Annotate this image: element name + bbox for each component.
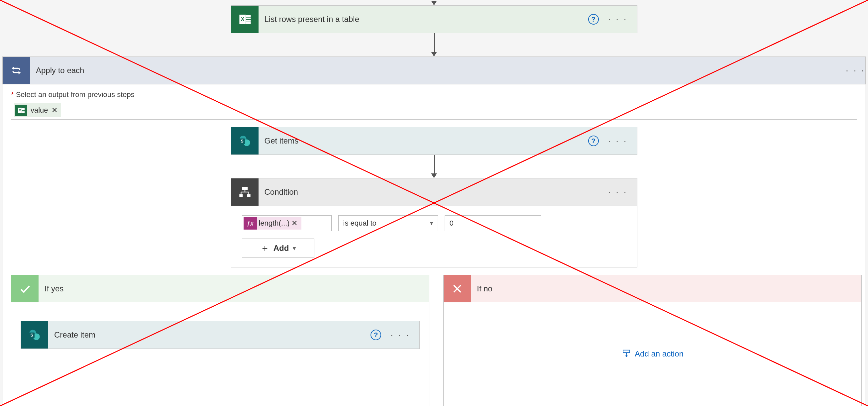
more-icon[interactable]: · · ·: [608, 135, 628, 146]
svg-text:X: X: [241, 16, 244, 22]
svg-rect-31: [623, 350, 630, 353]
svg-rect-10: [22, 108, 25, 109]
sharepoint-icon: S: [231, 127, 258, 155]
add-condition-button[interactable]: ＋ Add ▾: [242, 239, 314, 258]
help-icon[interactable]: ?: [588, 135, 599, 146]
loop-icon: [3, 57, 30, 84]
more-icon[interactable]: · · ·: [391, 330, 410, 340]
token-label: value: [31, 106, 48, 115]
if-no-title: If no: [471, 284, 493, 293]
svg-text:S: S: [31, 333, 33, 338]
x-icon: [444, 275, 471, 302]
condition-left-operand[interactable]: ƒx length(...) ✕: [242, 215, 332, 231]
fx-badge-icon: ƒx: [244, 217, 257, 229]
flow-arrow-icon: [429, 0, 439, 5]
more-icon[interactable]: · · ·: [608, 187, 628, 197]
condition-value-input[interactable]: 0: [445, 215, 541, 231]
add-label: Add: [274, 244, 289, 253]
plus-icon: ＋: [260, 242, 270, 254]
svg-rect-13: [22, 112, 25, 113]
add-action-icon: [621, 349, 631, 359]
svg-marker-6: [12, 66, 14, 70]
svg-rect-11: [22, 109, 25, 110]
flow-arrow-icon: [429, 33, 439, 57]
svg-rect-5: [246, 22, 251, 24]
svg-rect-23: [239, 194, 243, 197]
condition-icon: [231, 179, 258, 206]
svg-rect-24: [247, 194, 250, 197]
checkmark-icon: [11, 275, 38, 302]
value-token[interactable]: X value ✕: [14, 103, 61, 117]
chevron-down-icon: ▾: [293, 245, 296, 252]
apply-step-title: Apply to each: [30, 66, 846, 75]
add-action-label: Add an action: [635, 349, 684, 358]
svg-rect-3: [246, 18, 251, 19]
operator-value: is equal to: [343, 219, 376, 227]
excel-step-title: List rows present in a table: [258, 14, 588, 24]
more-icon[interactable]: · · ·: [846, 65, 865, 76]
get-items-step[interactable]: S Get items ? · · ·: [231, 127, 638, 155]
if-yes-title: If yes: [38, 284, 63, 293]
apply-to-each-step[interactable]: Apply to each · · ·: [2, 57, 866, 84]
help-icon[interactable]: ?: [588, 14, 599, 25]
svg-rect-12: [22, 111, 25, 112]
condition-step[interactable]: Condition · · ·: [231, 178, 638, 206]
svg-rect-4: [246, 20, 251, 22]
if-yes-header[interactable]: If yes: [11, 275, 429, 302]
flow-arrow-icon: [429, 155, 439, 178]
condition-title: Condition: [258, 187, 608, 197]
get-items-title: Get items: [258, 136, 588, 146]
output-field-label: * Select an output from previous steps: [11, 90, 857, 99]
add-action-link[interactable]: Add an action: [453, 349, 852, 359]
svg-marker-7: [19, 71, 21, 74]
svg-text:S: S: [241, 139, 243, 144]
output-token-input[interactable]: X value ✕: [11, 101, 857, 120]
apply-to-each-body: * Select an output from previous steps X…: [3, 84, 865, 406]
help-icon[interactable]: ?: [371, 330, 381, 340]
if-yes-branch: If yes S Create item: [11, 275, 429, 406]
svg-rect-2: [246, 15, 251, 17]
sharepoint-icon: S: [21, 321, 48, 348]
if-no-header[interactable]: If no: [444, 275, 861, 302]
create-item-title: Create item: [48, 330, 371, 340]
more-icon[interactable]: · · ·: [608, 14, 628, 25]
svg-text:X: X: [19, 108, 21, 112]
required-asterisk: *: [11, 90, 14, 99]
excel-list-rows-step[interactable]: X List rows present in a table ? · · ·: [231, 5, 638, 33]
remove-fx-icon[interactable]: ✕: [291, 219, 299, 227]
fx-expression-text: length(...): [257, 219, 292, 227]
condition-body: ƒx length(...) ✕ is equal to ▾ 0 ＋: [231, 206, 638, 268]
create-item-step[interactable]: S Create item ? · · ·: [21, 321, 420, 349]
excel-icon: X: [231, 6, 258, 33]
remove-token-icon[interactable]: ✕: [52, 106, 58, 115]
svg-rect-18: [242, 187, 248, 190]
excel-icon: X: [15, 105, 27, 116]
condition-operator-select[interactable]: is equal to ▾: [338, 215, 438, 231]
if-no-branch: If no Add an action: [443, 275, 862, 406]
condition-value-text: 0: [450, 219, 454, 227]
chevron-down-icon: ▾: [430, 220, 433, 227]
